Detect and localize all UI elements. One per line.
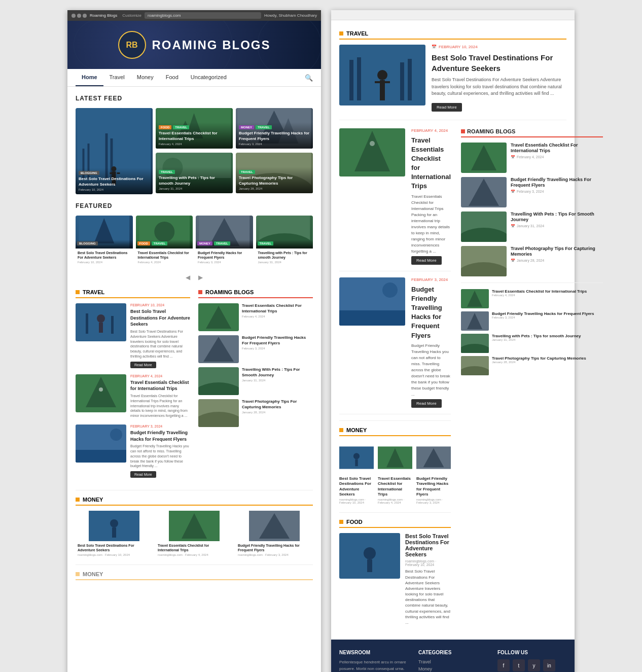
url-bar[interactable]: roamingblogs.com — [145, 12, 261, 19]
feed-card-3[interactable]: TRAVEL Travelling with Pets : Tips for s… — [156, 153, 233, 194]
r-sidebar-more-0[interactable]: Travel Essentials Checklist for Internat… — [461, 289, 603, 375]
feed-card-1[interactable]: FOOD TRAVEL Travel Essentials Checklist … — [156, 108, 233, 150]
sidebar-card-2[interactable]: Travelling With Pets : Tips For Smooth J… — [198, 367, 313, 395]
footer-grid: NEWSROOM Pellentesque hendrerit arcu in … — [339, 650, 566, 672]
feed-card-0-overlay: BLOGGING Best Solo Travel Destinations F… — [76, 168, 153, 194]
sidebar-info-3: Travel Photography Tips For Capturing Me… — [242, 399, 313, 414]
sidebar-card-0[interactable]: Travel Essentials Checklist For Internat… — [198, 303, 313, 331]
feat-tag-3: TRAVEL — [258, 241, 274, 245]
arrow-right[interactable]: ▶ — [198, 274, 203, 281]
sidebar-card-3[interactable]: Travel Photography Tips For Capturing Me… — [198, 399, 313, 427]
feat-title-2: Budget Friendly Hacks for Frequent Flyer… — [198, 251, 251, 260]
r-main-article[interactable]: 📅 FEBRUARY 10, 2024 Best Solo Travel Des… — [339, 45, 566, 120]
sidebar-card-1[interactable]: Budget Friendly Travelling Hacks For Fre… — [198, 335, 313, 363]
arrow-left[interactable]: ◀ — [186, 274, 190, 281]
money-card-1[interactable]: Travel Essentials Checklist for Internat… — [156, 511, 233, 558]
r-sidebar-2[interactable]: Travelling With Pets : Tips For Smooth J… — [461, 211, 603, 242]
nav-food[interactable]: Food — [160, 69, 185, 86]
r-sidebar-1[interactable]: Budget Friendly Travelling Hacks For Fre… — [461, 177, 603, 207]
svg-point-81 — [364, 547, 376, 559]
money-card-2[interactable]: Budget Friendly Travelling Hacks for Fre… — [236, 511, 313, 558]
nav-travel[interactable]: Travel — [103, 69, 131, 86]
divider-money — [76, 490, 313, 490]
browser-tab-customize[interactable]: Customize — [122, 13, 141, 18]
r-read-more-1[interactable]: Read More — [411, 256, 442, 265]
svg-point-50 — [110, 519, 118, 527]
r-main-info: 📅 FEBRUARY 10, 2024 Best Solo Travel Des… — [432, 45, 566, 112]
travel-thumb-0 — [76, 303, 126, 341]
travel-title-text: TRAVEL — [83, 289, 104, 295]
svg-rect-71 — [339, 310, 405, 326]
travel-article-0[interactable]: FEBRUARY 10, 2024 Best Solo Travel Desti… — [76, 303, 190, 368]
money-img-0 — [76, 511, 153, 541]
featured-title: FEATURED — [76, 202, 313, 209]
r-sidebar-divider — [461, 282, 603, 283]
r-main-title: Best Solo Travel Destinations For Advent… — [432, 52, 566, 74]
svg-point-37 — [99, 387, 103, 392]
feed-card-4-img: TRAVEL Travel Photography Tips for Captu… — [236, 153, 313, 193]
r-food-divider — [339, 512, 451, 513]
sidebar-thumb-3 — [198, 399, 239, 427]
r-food-main: Best Solo Travel Destinations For Advent… — [405, 533, 451, 625]
cat-travel[interactable]: Travel — [418, 659, 487, 664]
read-more-0[interactable]: Read More — [130, 362, 156, 368]
nav-search-icon[interactable]: 🔍 — [305, 74, 313, 82]
r-travel-art-2[interactable]: FEBRUARY 3, 2024 Budget Friendly Travell… — [339, 277, 451, 414]
r-money-card-2[interactable]: Budget Friendly Travelling Hacks for Fre… — [416, 441, 451, 507]
feat-card-1[interactable]: FOODTRAVEL Travel Essentials Checklist f… — [136, 216, 193, 266]
r-sidebar-3[interactable]: Travel Photography Tips For Capturing Me… — [461, 246, 603, 276]
r-money-card-1[interactable]: Travel Essentials Checklist for Internat… — [378, 441, 412, 507]
r-travel-art-1[interactable]: FEBRUARY 4, 2024 Travel Essentials Check… — [339, 128, 451, 271]
feed-card-3-date: January 31, 2024 — [159, 187, 230, 190]
social-linkedin[interactable]: in — [543, 659, 555, 671]
feed-tag-travel: TRAVEL — [173, 125, 189, 129]
feat-card-0[interactable]: BLOGGING Best Solo Travel Destinations F… — [76, 216, 133, 266]
r-money-card-0[interactable]: Best Solo Travel Destinations For Advent… — [339, 441, 374, 507]
r-main-excerpt: Best Solo Travel Destinations For Advent… — [432, 77, 566, 97]
feat-card-2[interactable]: MONEYTRAVEL Budget Friendly Hacks for Fr… — [196, 216, 253, 266]
roaming-title-text: ROAMING BLOGS — [205, 289, 254, 295]
r-roaming-header: ROAMING BLOGS — [461, 128, 603, 137]
social-facebook[interactable]: f — [497, 659, 510, 671]
feed-card-2[interactable]: MONEY TRAVEL Budget Friendly Travelling … — [236, 108, 313, 150]
site-logo: RB — [118, 31, 146, 59]
cat-money[interactable]: Money — [418, 666, 487, 671]
r-s-info-2: Travelling With Pets : Tips For Smooth J… — [511, 211, 603, 228]
r-art1-title: Travel Essentials Checklist for Internat… — [411, 136, 451, 191]
feed-card-0[interactable]: BLOGGING Best Solo Travel Destinations F… — [76, 108, 153, 194]
travel-col: TRAVEL FEBRUARY 10, 2024 Best Solo Trave… — [76, 289, 190, 484]
social-youtube[interactable]: y — [528, 659, 540, 671]
left-panel: Roaming Blogs Customize roamingblogs.com… — [67, 10, 321, 672]
travel-article-1[interactable]: FEBRUARY 4, 2024 Travel Essentials Check… — [76, 374, 190, 418]
r-sidebar-0[interactable]: Travel Essentials Checklist For Internat… — [461, 143, 603, 173]
r-main-date: 📅 FEBRUARY 10, 2024 — [432, 45, 566, 49]
two-col-sections: TRAVEL FEBRUARY 10, 2024 Best Solo Trave… — [76, 289, 313, 484]
browser-tab-roaming[interactable]: Roaming Blogs — [90, 13, 117, 18]
nav-money[interactable]: Money — [131, 69, 160, 86]
travel-date-1: FEBRUARY 4, 2024 — [130, 374, 190, 378]
feed-tag-food: FOOD — [159, 125, 171, 129]
nav-uncategorized[interactable]: Uncategorized — [185, 69, 233, 86]
feed-card-4[interactable]: TRAVEL Travel Photography Tips for Captu… — [236, 153, 313, 194]
feed-card-4-overlay: TRAVEL Travel Photography Tips for Captu… — [236, 167, 313, 193]
social-twitter[interactable]: t — [513, 659, 525, 671]
r-travel-articles: FEBRUARY 4, 2024 Travel Essentials Check… — [339, 128, 451, 630]
r-s-date-0: 📅 February 4, 2024 — [511, 155, 603, 159]
money-card-title-2: Budget Friendly Travelling Hacks for Fre… — [238, 543, 311, 552]
r-read-more-0[interactable]: Read More — [432, 103, 462, 112]
nav-home[interactable]: Home — [76, 69, 103, 86]
money-card-0[interactable]: Best Solo Travel Destinations For Advent… — [76, 511, 153, 558]
r-roaming-title: ROAMING BLOGS — [467, 128, 515, 134]
dot2 — [77, 14, 81, 18]
feat-card-3[interactable]: TRAVEL Travelling with Pets : Tips for s… — [256, 216, 313, 266]
svg-rect-65 — [380, 93, 382, 100]
feed-tag-blogging: BLOGGING — [79, 171, 99, 175]
r-s-date-1: 📅 February 3, 2024 — [511, 190, 603, 194]
feed-card-0-date: February 10, 2024 — [79, 188, 150, 191]
read-more-2[interactable]: Read More — [130, 471, 156, 478]
r-s-title-3: Travel Photography Tips For Capturing Me… — [511, 246, 603, 258]
money-card-title-0: Best Solo Travel Destinations For Advent… — [78, 543, 151, 552]
browser-dots — [72, 14, 87, 18]
r-read-more-2[interactable]: Read More — [411, 399, 442, 408]
travel-article-2[interactable]: FEBRUARY 3, 2024 Budget Friendly Travell… — [76, 425, 190, 478]
